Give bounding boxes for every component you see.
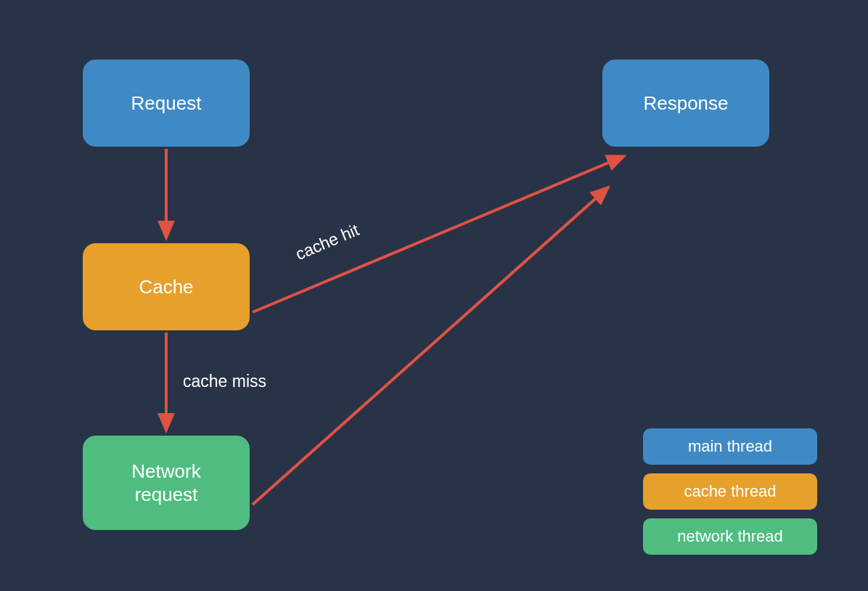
node-request-label: Request bbox=[131, 91, 202, 115]
node-response-label: Response bbox=[643, 91, 728, 115]
legend-cache-thread: cache thread bbox=[643, 473, 817, 510]
node-network-request: Network request bbox=[83, 436, 250, 530]
node-cache-label: Cache bbox=[139, 275, 193, 299]
node-request: Request bbox=[83, 60, 250, 147]
node-cache: Cache bbox=[83, 243, 250, 330]
legend: main thread cache thread network thread bbox=[643, 428, 817, 555]
legend-cache-thread-label: cache thread bbox=[684, 482, 776, 501]
edge-label-cache-miss: cache miss bbox=[183, 372, 266, 391]
legend-main-thread-label: main thread bbox=[688, 437, 772, 456]
edge-label-cache-hit: cache hit bbox=[292, 220, 361, 264]
legend-main-thread: main thread bbox=[643, 428, 817, 465]
arrow-network-to-response bbox=[253, 187, 608, 505]
node-response: Response bbox=[602, 60, 769, 147]
legend-network-thread-label: network thread bbox=[677, 527, 783, 546]
arrow-cache-to-response bbox=[253, 156, 624, 312]
node-network-request-label: Network request bbox=[131, 460, 200, 507]
legend-network-thread: network thread bbox=[643, 518, 817, 555]
